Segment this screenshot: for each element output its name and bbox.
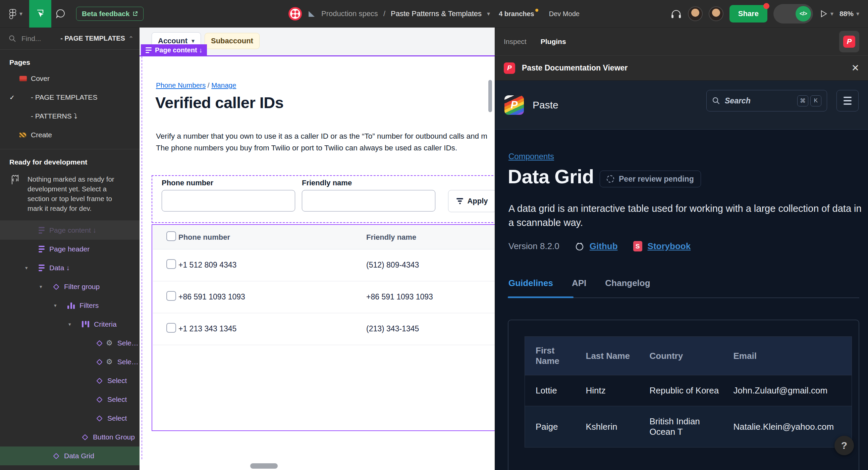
grid-row[interactable]: PaigeKshlerinBritish Indian Ocean TNatal…: [525, 406, 852, 447]
breadcrumb-file-name[interactable]: Paste Patterns & Templates: [391, 9, 482, 18]
layer-row[interactable]: ▾Criteria: [0, 315, 140, 334]
tab-plugins[interactable]: Plugins: [541, 38, 566, 46]
layer-row[interactable]: Select: [0, 371, 140, 390]
layer-row[interactable]: Page header: [0, 240, 140, 259]
panel-tab-bar: Inspect Plugins P: [495, 28, 868, 56]
layer-row[interactable]: ▾Filter group: [0, 277, 140, 296]
grid-cell: British Indian Ocean T: [639, 406, 723, 447]
dev-mode-label: Dev Mode: [549, 10, 580, 18]
version-row: Version 8.2.0 Github S Storybook: [508, 241, 690, 252]
table-row[interactable]: +1 512 809 4343(512) 809-4343: [153, 249, 495, 281]
grid-row[interactable]: LottieHintzRepublic of KoreaJohn.Zulauf@…: [525, 375, 852, 406]
github-link[interactable]: Github: [590, 241, 618, 252]
close-icon[interactable]: ✕: [851, 62, 859, 74]
subaccount-tab[interactable]: Subaccount: [205, 33, 259, 49]
component-icon: [96, 379, 103, 383]
chevron-down-icon: ▾: [191, 37, 194, 45]
storybook-link[interactable]: Storybook: [648, 241, 691, 252]
find-bar[interactable]: Find... - PAGE TEMPLATES ⌃: [0, 28, 140, 50]
file-menu-chevron-icon[interactable]: ▾: [487, 10, 490, 18]
layer-label: Data Grid: [64, 452, 94, 460]
layer-expand-chevron-icon[interactable]: ▾: [25, 265, 38, 271]
apply-button-label: Apply: [467, 197, 488, 205]
table-row[interactable]: +1 213 343 1345(213) 343-1345: [153, 313, 495, 345]
select-all-checkbox[interactable]: [166, 231, 176, 241]
sidebar-page-item[interactable]: - PATTERNS ⤵: [0, 107, 140, 125]
breadcrumb-link-manage[interactable]: Manage: [211, 81, 236, 89]
table-cell: (213) 343-1345: [366, 313, 495, 345]
layer-row[interactable]: Select: [0, 409, 140, 428]
sidebar-page-item[interactable]: Cover: [0, 69, 140, 88]
sidebar-page-item[interactable]: [0, 144, 140, 149]
layer-row[interactable]: Page content ↓: [0, 221, 140, 240]
row-checkbox[interactable]: [166, 323, 176, 333]
collaborator-avatar[interactable]: [688, 6, 703, 21]
hamburger-menu-button[interactable]: [836, 90, 859, 112]
selection-layer-label[interactable]: Page content ↓: [141, 44, 207, 56]
external-link-icon: [132, 11, 138, 17]
example-data-grid: First NameLast NameCountryEmail LottieHi…: [525, 336, 852, 447]
layer-label: Filters: [80, 301, 99, 310]
layer-expand-chevron-icon[interactable]: ▾: [68, 321, 82, 327]
present-button[interactable]: ▾: [819, 9, 833, 18]
canvas-horizontal-scrollbar[interactable]: [250, 463, 278, 469]
row-checkbox-cell: [153, 313, 179, 345]
branches-button[interactable]: 4 branches: [499, 10, 534, 18]
table-cell: +1 512 809 4343: [179, 249, 366, 281]
zoom-control[interactable]: 88% ▾: [839, 10, 859, 18]
figma-main-menu[interactable]: ▾: [0, 0, 29, 28]
move-tool-button[interactable]: [29, 0, 51, 28]
layer-row[interactable]: Select: [0, 390, 140, 409]
present-chevron-icon[interactable]: ▾: [831, 10, 833, 18]
page-title: Verified caller IDs: [155, 93, 283, 112]
page-selector[interactable]: - PAGE TEMPLATES ⌃: [60, 35, 133, 42]
breadcrumb-project[interactable]: Production specs: [321, 9, 378, 18]
friendly-name-input[interactable]: [302, 190, 435, 211]
design-canvas: Account ▾ Subaccount Page content ↓ Phon…: [140, 28, 495, 470]
headphones-icon[interactable]: [671, 8, 682, 19]
share-button[interactable]: Share: [730, 5, 767, 23]
tab-changelog[interactable]: Changelog: [605, 278, 650, 288]
zoom-chevron-icon: ▾: [856, 10, 859, 18]
doc-tabs: Guidelines API Changelog: [508, 278, 650, 288]
layer-row[interactable]: ▾Data ↓: [0, 259, 140, 277]
cover-icon: [20, 76, 31, 81]
layer-row[interactable]: ▾Filters: [0, 296, 140, 315]
dev-mode-toggle[interactable]: </>: [773, 4, 813, 24]
layer-expand-chevron-icon[interactable]: ▾: [39, 284, 53, 290]
search-input[interactable]: Search ⌘ K: [706, 90, 827, 112]
layer-row[interactable]: ⚙Sele…: [0, 353, 140, 371]
page-label: - PAGE TEMPLATES: [31, 93, 97, 101]
select-all-checkbox-cell: [153, 226, 179, 249]
breadcrumb-link-phone-numbers[interactable]: Phone Numbers: [156, 81, 206, 89]
layer-expand-chevron-icon[interactable]: ▾: [54, 302, 67, 309]
layer-row[interactable]: Button Group: [0, 428, 140, 446]
canvas-vertical-scrollbar[interactable]: [488, 80, 492, 112]
beta-feedback-badge[interactable]: Beta feedback: [76, 7, 144, 21]
help-button[interactable]: ?: [834, 436, 854, 455]
table-cell: (512) 809-4343: [366, 249, 495, 281]
active-plugin-chip[interactable]: P: [839, 31, 859, 52]
row-checkbox[interactable]: [166, 291, 176, 301]
collaborator-avatar[interactable]: [709, 6, 723, 21]
page-selector-label: - PAGE TEMPLATES: [60, 35, 125, 42]
figma-app: ▾ Beta feedback: [0, 0, 868, 470]
chevron-up-icon: ⌃: [128, 35, 133, 42]
tab-api[interactable]: API: [572, 278, 586, 288]
status-badge: Peer review pending: [600, 171, 701, 187]
comment-tool-button[interactable]: [51, 0, 70, 28]
apply-button[interactable]: Apply: [448, 190, 495, 212]
components-breadcrumb-link[interactable]: Components: [508, 152, 554, 161]
keyboard-shortcut: ⌘ K: [797, 95, 822, 107]
table-row[interactable]: +86 591 1093 1093+86 591 1093 1093: [153, 281, 495, 313]
sidebar-page-item[interactable]: Create: [0, 125, 140, 144]
layer-row[interactable]: Data Grid: [0, 446, 140, 465]
phone-number-input[interactable]: [162, 190, 295, 211]
tab-guidelines[interactable]: Guidelines: [508, 278, 553, 288]
vbars-icon: [67, 302, 75, 309]
row-checkbox[interactable]: [166, 259, 176, 269]
component-icon: [96, 398, 103, 402]
sidebar-page-item[interactable]: ✓- PAGE TEMPLATES: [0, 88, 140, 107]
tab-inspect[interactable]: Inspect: [504, 38, 527, 46]
layer-row[interactable]: ⚙Sele…: [0, 334, 140, 353]
